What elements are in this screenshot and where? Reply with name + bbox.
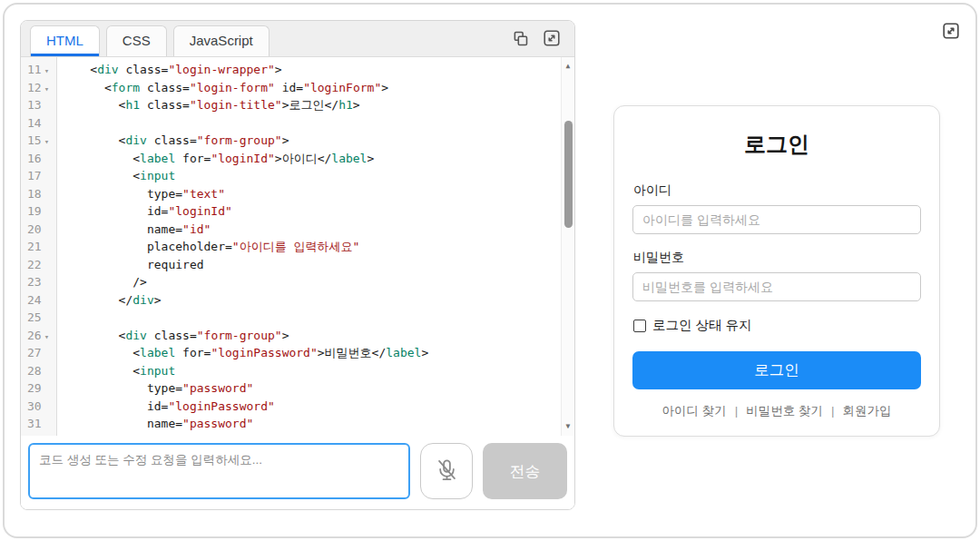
code-line: /> bbox=[62, 273, 574, 291]
code-line: <label for="loginPassword">비밀번호</label> bbox=[62, 344, 574, 362]
tab-html[interactable]: HTML bbox=[30, 25, 100, 56]
line-number: 19 bbox=[27, 202, 56, 221]
expand-icon bbox=[542, 37, 562, 51]
code-line: id="loginPassword" bbox=[62, 398, 574, 416]
code-line: placeholder="아이디를 입력하세요" bbox=[62, 238, 574, 256]
code-content: <div class="login-wrapper"> <form class=… bbox=[57, 57, 574, 436]
link-separator: | bbox=[831, 404, 835, 418]
login-preview-card: 로그인 아이디 비밀번호 로그인 상태 유지 로그인 아이디 찾기|비밀번호 찾… bbox=[613, 105, 940, 437]
scroll-up-arrow[interactable]: ▲ bbox=[562, 60, 574, 73]
scroll-down-arrow[interactable]: ▼ bbox=[562, 420, 574, 433]
editor-tabs: HTMLCSSJavaScript bbox=[30, 25, 276, 56]
line-number: 13 bbox=[27, 96, 56, 114]
remember-checkbox[interactable] bbox=[633, 320, 646, 332]
code-line: <input bbox=[62, 167, 574, 185]
code-line: <div class="form-group"> bbox=[62, 132, 574, 150]
line-number: 23 bbox=[27, 273, 56, 291]
link-separator: | bbox=[735, 404, 739, 418]
code-line: placeholder="비밀번호를 입력하세요" bbox=[62, 433, 574, 437]
helper-links: 아이디 찾기|비밀번호 찾기|회원가입 bbox=[632, 403, 921, 419]
remember-me-row: 로그인 상태 유지 bbox=[633, 317, 921, 334]
id-input[interactable] bbox=[632, 205, 921, 234]
editor-scrollbar[interactable]: ▲ ▼ bbox=[561, 57, 574, 436]
editor-tabbar: HTMLCSSJavaScript bbox=[21, 21, 574, 57]
code-line: <form class="login-form" id="loginForm"> bbox=[62, 79, 574, 97]
code-line bbox=[62, 114, 574, 133]
editor-panel: HTMLCSSJavaScript bbox=[20, 20, 575, 510]
line-number: 17 bbox=[27, 167, 56, 185]
line-number: 32 bbox=[27, 433, 56, 437]
code-line: <div class="login-wrapper"> bbox=[62, 61, 574, 79]
code-line: </div> bbox=[62, 291, 574, 310]
id-label: 아이디 bbox=[633, 182, 921, 199]
fold-arrow-icon[interactable]: ▾ bbox=[44, 332, 49, 341]
code-line: name="password" bbox=[62, 415, 574, 433]
code-editor[interactable]: 11▾12▾131415▾1617181920212223242526▾2728… bbox=[21, 57, 574, 436]
scrollbar-thumb[interactable] bbox=[564, 121, 573, 228]
login-button[interactable]: 로그인 bbox=[632, 351, 921, 389]
line-number: 22 bbox=[27, 256, 56, 274]
code-line: required bbox=[62, 256, 574, 274]
line-number: 15▾ bbox=[27, 132, 56, 150]
line-number: 18 bbox=[27, 185, 56, 203]
line-number: 14 bbox=[27, 114, 56, 133]
line-number: 21 bbox=[27, 238, 56, 256]
expand-icon bbox=[941, 30, 961, 44]
password-input[interactable] bbox=[632, 272, 921, 301]
copy-icon bbox=[511, 37, 530, 51]
send-button[interactable]: 전송 bbox=[483, 443, 567, 499]
preview-fullscreen-button[interactable] bbox=[941, 21, 961, 41]
code-line: <input bbox=[62, 362, 574, 380]
line-number: 16 bbox=[27, 150, 56, 168]
fold-arrow-icon[interactable]: ▾ bbox=[44, 137, 49, 146]
microphone-muted-icon bbox=[435, 457, 459, 485]
code-line bbox=[62, 309, 574, 327]
line-number: 28 bbox=[27, 362, 56, 380]
line-number-gutter: 11▾12▾131415▾1617181920212223242526▾2728… bbox=[21, 57, 57, 436]
code-line: <h1 class="login-title">로그인</h1> bbox=[62, 96, 574, 114]
editor-toolbar bbox=[511, 28, 562, 56]
line-number: 29 bbox=[27, 379, 56, 398]
line-number: 31 bbox=[27, 415, 56, 433]
code-line: name="id" bbox=[62, 221, 574, 239]
composer-bar: 전송 bbox=[21, 436, 574, 509]
code-line: id="loginId" bbox=[62, 202, 574, 221]
copy-code-button[interactable] bbox=[511, 29, 530, 48]
code-line: <div class="form-group"> bbox=[62, 327, 574, 345]
signup-link[interactable]: 회원가입 bbox=[843, 404, 892, 418]
remember-label: 로그인 상태 유지 bbox=[652, 317, 752, 334]
login-title: 로그인 bbox=[632, 130, 921, 159]
code-line: type="text" bbox=[62, 185, 574, 203]
line-number: 25 bbox=[27, 309, 56, 327]
password-label: 비밀번호 bbox=[633, 250, 921, 266]
code-line: <label for="loginId">아이디</label> bbox=[62, 150, 574, 168]
line-number: 12▾ bbox=[27, 79, 56, 97]
line-number: 11▾ bbox=[27, 61, 56, 79]
fold-arrow-icon[interactable]: ▾ bbox=[44, 66, 49, 75]
line-number: 24 bbox=[27, 291, 56, 310]
editor-fullscreen-button[interactable] bbox=[542, 28, 562, 48]
line-number: 20 bbox=[27, 221, 56, 239]
find-id-link[interactable]: 아이디 찾기 bbox=[662, 404, 726, 418]
fold-arrow-icon[interactable]: ▾ bbox=[44, 84, 49, 93]
tab-css[interactable]: CSS bbox=[106, 25, 167, 56]
line-number: 30 bbox=[27, 398, 56, 416]
code-line: type="password" bbox=[62, 379, 574, 398]
tab-javascript[interactable]: JavaScript bbox=[173, 25, 270, 56]
line-number: 26▾ bbox=[27, 327, 56, 345]
find-password-link[interactable]: 비밀번호 찾기 bbox=[746, 404, 823, 418]
prompt-input[interactable] bbox=[28, 443, 410, 499]
mic-button[interactable] bbox=[420, 443, 473, 499]
line-number: 27 bbox=[27, 344, 56, 362]
